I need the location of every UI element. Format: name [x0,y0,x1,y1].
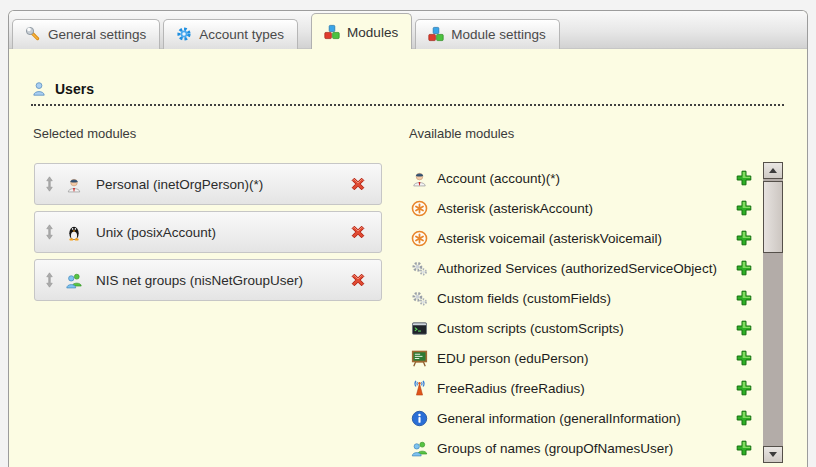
module-label: FreeRadius (freeRadius) [437,381,585,396]
tab-label: Module settings [451,27,546,42]
tab-label: Account types [199,27,284,42]
gears-icon [411,290,428,307]
chalkboard-icon [411,350,428,367]
add-icon[interactable] [736,290,752,306]
gear-icon [176,26,192,42]
module-label: Authorized Services (authorizedServiceOb… [437,261,717,276]
add-icon[interactable] [736,170,752,186]
delete-icon[interactable] [349,223,367,241]
tab-label: General settings [48,27,146,42]
add-icon[interactable] [736,350,752,366]
module-label: Asterisk voicemail (asteriskVoicemail) [437,231,662,246]
module-label: Personal (inetOrgPerson)(*) [96,177,263,192]
add-icon[interactable] [736,380,752,396]
move-icon[interactable] [45,176,54,192]
selected-module-nis-net-groups: NIS net groups (nisNetGroupUser) [34,259,382,301]
selected-module-unix: Unix (posixAccount) [34,211,382,253]
tab-module-settings[interactable]: Module settings [415,19,560,49]
user-icon [31,81,47,97]
add-icon[interactable] [736,230,752,246]
wrench-icon [25,26,41,42]
module-label: Unix (posixAccount) [96,225,216,240]
tab-content-modules: Users Selected modules Available modules… [9,49,807,467]
tab-general-settings[interactable]: General settings [12,19,160,49]
scrollbar-thumb[interactable] [763,181,783,253]
module-label: Custom fields (customFields) [437,291,611,306]
module-label: Account (account)(*) [437,171,560,186]
available-module-authorized-services: Authorized Services (authorizedServiceOb… [411,253,752,283]
move-icon[interactable] [45,272,54,288]
scroll-down-icon[interactable] [763,446,783,463]
tab-label: Modules [347,25,398,40]
selected-modules-list: Personal (inetOrgPerson)(*) Unix (posixA… [34,163,382,307]
personal-icon [65,176,83,193]
delete-icon[interactable] [349,175,367,193]
add-icon[interactable] [736,200,752,216]
scroll-up-arrow [769,168,777,173]
terminal-icon [411,320,428,337]
configuration-widget: General settingsAccount typesModulesModu… [8,10,808,467]
scroll-up-icon[interactable] [763,162,783,179]
add-icon[interactable] [736,410,752,426]
available-module-custom-scripts: Custom scripts (customScripts) [411,313,752,343]
tab-account-types[interactable]: Account types [163,19,298,49]
gears-icon [411,260,428,277]
module-label: Custom scripts (customScripts) [437,321,624,336]
personal-icon [411,170,428,187]
available-module-edu-person: EDU person (eduPerson) [411,343,752,373]
move-icon[interactable] [45,224,54,240]
available-module-custom-fields: Custom fields (customFields) [411,283,752,313]
radio-icon [411,380,428,397]
users-section-header: Users [31,81,784,106]
module-label: NIS net groups (nisNetGroupUser) [96,273,303,288]
module-label: General information (generalInformation) [437,411,681,426]
modules-icon [324,24,340,40]
add-icon[interactable] [736,440,752,456]
available-modules-scrollbar[interactable] [763,162,783,463]
section-title: Users [55,81,94,97]
tab-modules[interactable]: Modules [311,13,412,49]
asterisk-icon [411,230,428,247]
available-module-asterisk: Asterisk (asteriskAccount) [411,193,752,223]
tab-bar: General settingsAccount typesModulesModu… [9,11,807,49]
delete-icon[interactable] [349,271,367,289]
module-label: EDU person (eduPerson) [437,351,589,366]
module-label: Asterisk (asteriskAccount) [437,201,593,216]
modules-icon [428,26,444,42]
add-icon[interactable] [736,320,752,336]
selected-module-personal: Personal (inetOrgPerson)(*) [34,163,382,205]
group-icon [411,440,428,457]
selected-modules-label: Selected modules [33,126,136,141]
module-label: Groups of names (groupOfNamesUser) [437,441,673,456]
page: General settingsAccount typesModulesModu… [0,0,816,467]
group-icon [65,272,83,289]
available-module-general-information: General information (generalInformation) [411,403,752,433]
available-module-freeradius: FreeRadius (freeRadius) [411,373,752,403]
info-icon [411,410,428,427]
tux-icon [65,224,83,241]
add-icon[interactable] [736,260,752,276]
asterisk-icon [411,200,428,217]
scroll-down-arrow [769,452,777,457]
available-modules-label: Available modules [409,126,514,141]
available-module-asterisk-voicemail: Asterisk voicemail (asteriskVoicemail) [411,223,752,253]
available-module-account: Account (account)(*) [411,163,752,193]
available-module-groups-of-names: Groups of names (groupOfNamesUser) [411,433,752,463]
available-modules-list: Account (account)(*) Asterisk (asteriskA… [411,163,752,463]
